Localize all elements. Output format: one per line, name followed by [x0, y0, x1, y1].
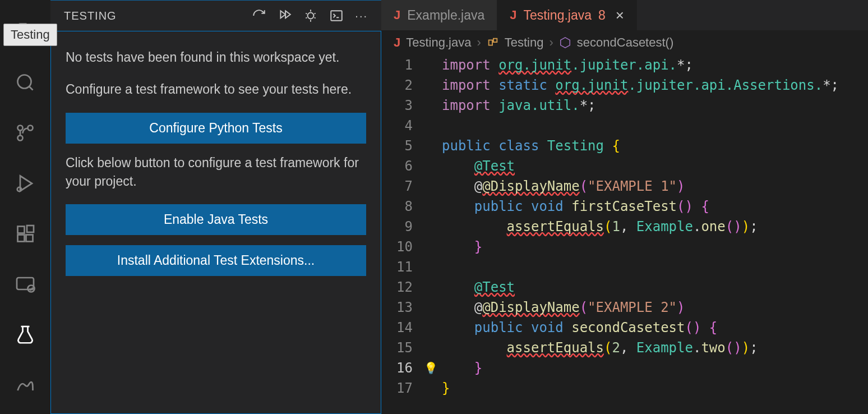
sidebar-title: TESTING [64, 10, 252, 22]
activity-bar: Testing [0, 0, 50, 414]
testing-sidebar: TESTING ··· No tests have been found in … [50, 0, 381, 414]
svg-line-21 [306, 17, 307, 18]
tab-testing-java[interactable]: J Testing.java 8 × [497, 0, 637, 30]
code-content[interactable]: 💡 import org.junit.jupiter.api.*; import… [425, 55, 868, 414]
tab-label: Testing.java [524, 8, 592, 23]
configure-python-button[interactable]: Configure Python Tests [66, 113, 366, 144]
java-file-icon: J [394, 35, 400, 50]
svg-rect-8 [18, 235, 25, 242]
java-file-icon: J [394, 8, 400, 22]
breadcrumb-method[interactable]: secondCasetest() [577, 35, 673, 50]
svg-rect-7 [18, 227, 25, 233]
activity-debug-icon[interactable] [0, 158, 50, 209]
tab-label: Example.java [407, 8, 484, 23]
svg-line-1 [29, 86, 33, 90]
editor-tabs: J Example.java J Testing.java 8 × [381, 0, 868, 30]
svg-rect-26 [493, 39, 497, 42]
method-icon [559, 36, 571, 49]
svg-line-22 [315, 17, 316, 18]
configure-project-message: Click below button to configure a test f… [66, 154, 366, 191]
run-all-icon[interactable] [278, 8, 292, 23]
no-tests-message: No tests have been found in this workspa… [66, 48, 366, 67]
close-icon[interactable]: × [616, 7, 624, 24]
sidebar-actions: ··· [252, 8, 368, 23]
svg-point-0 [18, 75, 31, 89]
more-icon[interactable]: ··· [355, 10, 368, 22]
activity-extensions-icon[interactable] [0, 209, 50, 259]
line-gutter: 1 2 3 4 5 6 7 8 9 10 11 12 13 14 15 16 1… [381, 55, 425, 414]
sidebar-header: TESTING ··· [50, 1, 381, 31]
sidebar-content: No tests have been found in this workspa… [50, 31, 381, 414]
svg-line-19 [306, 13, 307, 14]
svg-point-2 [28, 126, 33, 131]
svg-rect-9 [26, 235, 33, 242]
activity-camel-icon[interactable] [0, 360, 50, 411]
svg-point-16 [308, 13, 314, 19]
svg-point-4 [18, 126, 23, 131]
activity-scm-icon[interactable] [0, 108, 50, 158]
activity-search-icon[interactable] [0, 57, 50, 108]
tab-problems-badge: 8 [598, 8, 606, 23]
svg-rect-23 [331, 11, 343, 20]
svg-rect-10 [27, 226, 34, 232]
svg-rect-11 [17, 278, 34, 289]
install-extensions-button[interactable]: Install Additional Test Extensions... [66, 245, 366, 276]
tooltip: Testing [3, 24, 57, 46]
java-file-icon: J [510, 8, 516, 22]
svg-point-6 [17, 187, 22, 192]
chevron-right-icon: › [549, 35, 553, 50]
activity-testing-icon[interactable] [0, 310, 50, 360]
debug-tests-icon[interactable] [303, 8, 318, 23]
code-editor[interactable]: 1 2 3 4 5 6 7 8 9 10 11 12 13 14 15 16 1… [381, 55, 868, 414]
chevron-right-icon: › [477, 35, 481, 50]
svg-rect-25 [488, 40, 492, 45]
enable-java-button[interactable]: Enable Java Tests [66, 204, 366, 235]
class-icon [487, 36, 499, 49]
breadcrumb-file[interactable]: Testing.java [406, 35, 471, 50]
activity-remote-icon[interactable] [0, 259, 50, 310]
refresh-icon[interactable] [252, 8, 266, 23]
breadcrumb[interactable]: J Testing.java › Testing › secondCasetes… [381, 30, 868, 55]
svg-point-3 [18, 136, 23, 141]
editor-area: J Example.java J Testing.java 8 × J Test… [381, 0, 868, 414]
breadcrumb-class[interactable]: Testing [505, 35, 544, 50]
svg-marker-14 [281, 11, 286, 18]
svg-line-20 [315, 13, 316, 14]
configure-message: Configure a test framework to see your t… [66, 80, 366, 99]
tab-example-java[interactable]: J Example.java [381, 0, 497, 30]
terminal-icon[interactable] [329, 8, 344, 23]
lightbulb-icon[interactable]: 💡 [424, 358, 438, 378]
